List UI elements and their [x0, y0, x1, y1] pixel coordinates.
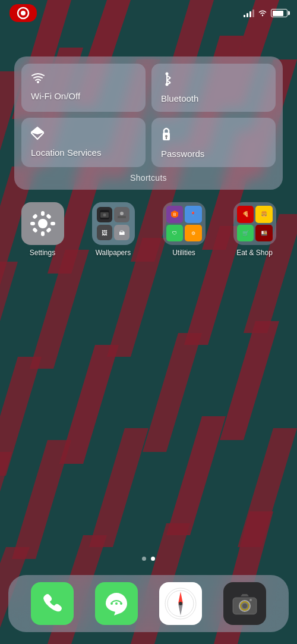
svg-point-84 — [115, 602, 118, 605]
eatshop-icon-wrap: 🍕 🍔 🛒 — [233, 202, 276, 245]
utilities-icon-wrap: B 📍 🛡 — [163, 202, 206, 245]
svg-text:B: B — [173, 212, 176, 216]
svg-point-49 — [38, 219, 48, 228]
svg-point-91 — [179, 602, 182, 605]
status-left — [10, 4, 37, 22]
util-mini-2: 📍 — [185, 206, 202, 223]
wifi-icon — [258, 9, 267, 17]
location-shortcut-icon — [31, 126, 136, 143]
safari-icon-bg — [159, 582, 202, 625]
page-dot-1 — [142, 557, 146, 561]
svg-text:🛒: 🛒 — [242, 230, 249, 237]
svg-text:🛡: 🛡 — [172, 231, 177, 236]
svg-text:⚙: ⚙ — [191, 231, 195, 236]
svg-point-34 — [21, 11, 26, 15]
settings-icon-bg — [21, 202, 64, 245]
svg-rect-57 — [46, 227, 52, 233]
util-mini-4: ⚙ — [185, 225, 202, 242]
svg-text:🍔: 🍔 — [261, 211, 268, 218]
phone-icon-bg — [31, 582, 74, 625]
svg-text:🍕: 🍕 — [242, 211, 249, 218]
settings-label: Settings — [30, 249, 55, 257]
utilities-folder-icon: B 📍 🛡 — [163, 202, 206, 245]
svg-point-36 — [37, 81, 39, 83]
svg-point-83 — [110, 602, 113, 605]
shortcut-bluetooth[interactable]: Bluetooth — [151, 64, 276, 112]
camera-icon — [232, 592, 258, 615]
shortcut-wifi[interactable]: Wi-Fi On/Off — [21, 64, 146, 112]
svg-rect-56 — [32, 227, 38, 233]
eatshop-mini-4: 🍱 — [255, 225, 273, 242]
wallpapers-mini-2 — [114, 207, 129, 222]
messages-icon-bg — [95, 582, 138, 625]
password-shortcut-icon — [161, 126, 266, 144]
safari-icon — [164, 587, 197, 620]
target-notification — [10, 4, 37, 22]
wallpapers-label: Wallpapers — [96, 249, 131, 257]
dock-app-messages[interactable] — [95, 582, 138, 625]
status-bar — [0, 0, 297, 26]
svg-point-60 — [103, 213, 106, 216]
battery-icon — [271, 9, 287, 17]
svg-point-35 — [262, 15, 263, 16]
app-settings[interactable]: Settings — [16, 202, 69, 257]
svg-rect-55 — [46, 213, 52, 219]
svg-point-96 — [242, 604, 247, 608]
svg-rect-52 — [30, 222, 35, 225]
svg-rect-51 — [41, 231, 45, 236]
wallpapers-folder-icon: 🖼 🏔 — [92, 202, 135, 245]
messages-icon — [103, 590, 129, 617]
svg-rect-53 — [50, 222, 55, 225]
svg-text:🖼: 🖼 — [102, 230, 108, 236]
dock — [8, 575, 289, 632]
settings-gear-icon — [29, 210, 56, 237]
dock-app-safari[interactable] — [159, 582, 202, 625]
wallpapers-mini-1 — [97, 207, 112, 222]
util-mini-1: B — [166, 206, 184, 223]
svg-point-47 — [165, 135, 168, 137]
eatshop-mini-1: 🍕 — [237, 206, 254, 223]
svg-rect-63 — [118, 216, 126, 218]
shortcut-passwords[interactable]: Passwords — [151, 118, 276, 167]
shortcuts-title: Shortcuts — [21, 173, 276, 183]
page-dots — [0, 557, 297, 561]
eatshop-mini-3: 🛒 — [237, 225, 254, 242]
utilities-label: Utilities — [172, 249, 195, 257]
dock-app-camera[interactable] — [223, 582, 266, 625]
svg-point-62 — [120, 212, 124, 215]
settings-icon-wrap — [21, 202, 64, 245]
wallpapers-icon-wrap: 🖼 🏔 — [92, 202, 135, 245]
page-dot-2 — [151, 557, 155, 561]
svg-text:📍: 📍 — [190, 211, 196, 217]
eatshop-label: Eat & Shop — [236, 249, 273, 257]
passwords-shortcut-label: Passwords — [161, 149, 266, 159]
shortcuts-widget: Wi-Fi On/Off Bluetooth — [14, 56, 283, 190]
bluetooth-shortcut-icon — [161, 72, 266, 89]
svg-rect-54 — [32, 213, 38, 219]
util-mini-3: 🛡 — [166, 225, 184, 242]
svg-point-97 — [249, 599, 252, 601]
app-row: Settings — [7, 202, 290, 257]
shortcut-location[interactable]: Location Services — [21, 118, 146, 167]
eatshop-mini-2: 🍔 — [255, 206, 273, 223]
signal-icon — [244, 9, 254, 17]
svg-point-85 — [120, 602, 122, 605]
shortcuts-grid: Wi-Fi On/Off Bluetooth — [21, 64, 276, 167]
eatshop-folder-icon: 🍕 🍔 🛒 — [233, 202, 276, 245]
dock-app-phone[interactable] — [31, 582, 74, 625]
bluetooth-shortcut-label: Bluetooth — [161, 93, 266, 103]
location-shortcut-label: Location Services — [31, 147, 136, 158]
phone-icon — [40, 592, 64, 615]
app-wallpapers[interactable]: 🖼 🏔 Wallpapers — [87, 202, 140, 257]
wallpapers-mini-3: 🖼 — [97, 225, 112, 240]
wallpapers-mini-4: 🏔 — [114, 225, 129, 240]
wifi-shortcut-icon — [31, 72, 136, 86]
svg-text:🏔: 🏔 — [119, 230, 125, 236]
app-utilities[interactable]: B 📍 🛡 — [157, 202, 211, 257]
app-eatshop[interactable]: 🍕 🍔 🛒 — [228, 202, 282, 257]
svg-rect-50 — [41, 211, 45, 216]
target-icon — [17, 7, 30, 20]
wifi-shortcut-label: Wi-Fi On/Off — [31, 91, 136, 101]
svg-text:🍱: 🍱 — [261, 230, 268, 237]
status-right — [244, 9, 287, 17]
